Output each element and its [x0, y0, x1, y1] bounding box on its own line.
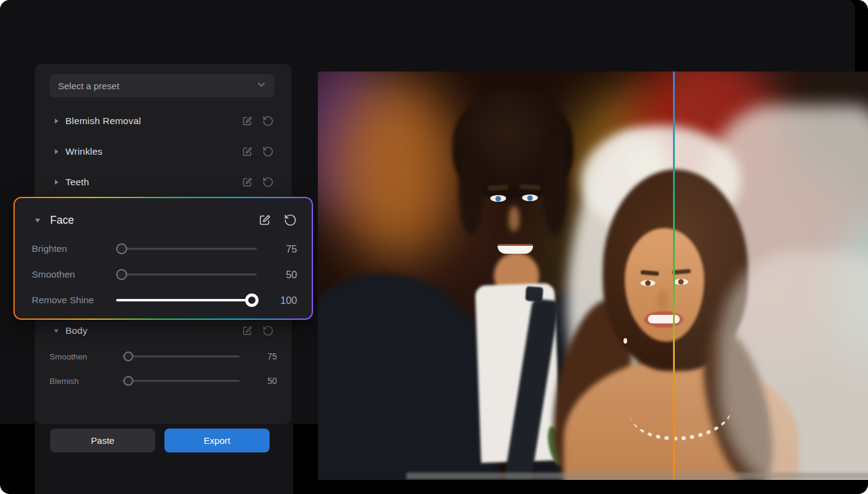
section-label: Face — [50, 214, 74, 227]
triangle-right-icon[interactable] — [52, 178, 61, 186]
section-label: Wrinkles — [65, 146, 103, 157]
slider-track[interactable] — [116, 248, 257, 250]
chevron-down-icon — [257, 80, 266, 92]
body-slider-blemish: Blemish 50 — [35, 371, 292, 391]
before-after-compare-line[interactable] — [673, 72, 675, 480]
app-window: Select a preset Blemish Removal Wrinkles — [0, 0, 868, 494]
triangle-right-icon[interactable] — [52, 117, 61, 125]
undo-reset-icon[interactable] — [262, 146, 274, 158]
face-slider-brighten: Brighten 75 — [15, 239, 312, 259]
slider-value: 75 — [265, 243, 297, 255]
face-panel-highlight: Face Brighten 75 Smoothen 50 — [13, 197, 313, 320]
slider-thumb[interactable] — [123, 352, 133, 361]
face-slider-remove-shine: Remove Shine 100 — [15, 290, 312, 310]
section-label: Body — [65, 325, 87, 336]
triangle-down-icon[interactable] — [33, 216, 42, 225]
slider-thumb[interactable] — [116, 243, 127, 254]
after-side-tint — [675, 72, 868, 480]
undo-reset-icon[interactable] — [262, 177, 274, 188]
preset-dropdown-placeholder: Select a preset — [58, 81, 257, 91]
section-row-blemish-removal[interactable]: Blemish Removal — [35, 110, 292, 132]
slider-track[interactable] — [122, 380, 240, 382]
section-row-body[interactable]: Body — [35, 320, 292, 342]
edit-pencil-square-icon[interactable] — [241, 325, 253, 337]
slider-label: Blemish — [50, 377, 79, 386]
triangle-right-icon[interactable] — [52, 147, 61, 156]
slider-thumb[interactable] — [123, 376, 133, 386]
slider-label: Remove Shine — [32, 295, 94, 306]
paste-button[interactable]: Paste — [50, 429, 155, 452]
section-label: Teeth — [65, 177, 89, 188]
photo-canvas[interactable] — [318, 72, 868, 480]
slider-label: Brighten — [32, 243, 67, 254]
preset-dropdown[interactable]: Select a preset — [50, 74, 274, 97]
face-panel: Face Brighten 75 Smoothen 50 — [15, 198, 312, 319]
edit-pencil-square-icon[interactable] — [258, 213, 271, 227]
slider-label: Smoothen — [32, 269, 75, 280]
slider-value: 100 — [265, 295, 297, 306]
slider-track[interactable] — [116, 274, 257, 276]
undo-reset-icon[interactable] — [262, 116, 274, 127]
slider-value: 50 — [251, 376, 277, 386]
edit-pencil-square-icon[interactable] — [241, 177, 253, 188]
section-row-wrinkles[interactable]: Wrinkles — [35, 141, 292, 163]
section-label: Blemish Removal — [65, 116, 141, 127]
slider-label: Smoothen — [50, 352, 87, 361]
undo-reset-icon[interactable] — [284, 213, 297, 227]
triangle-down-icon[interactable] — [52, 326, 61, 335]
slider-track[interactable] — [122, 356, 240, 358]
body-slider-smoothen: Smoothen 75 — [35, 347, 292, 366]
slider-thumb-active[interactable] — [245, 293, 259, 307]
undo-reset-icon[interactable] — [262, 325, 274, 337]
face-slider-smoothen: Smoothen 50 — [15, 265, 312, 284]
slider-value: 75 — [251, 352, 277, 361]
edit-pencil-square-icon[interactable] — [241, 146, 253, 158]
export-button[interactable]: Export — [164, 429, 270, 452]
bokeh-blob — [336, 78, 458, 261]
section-row-face[interactable]: Face — [15, 209, 312, 231]
slider-thumb[interactable] — [116, 269, 127, 280]
section-row-teeth[interactable]: Teeth — [35, 171, 292, 193]
slider-track-active[interactable] — [116, 299, 252, 301]
slider-value: 50 — [265, 269, 297, 281]
edit-pencil-square-icon[interactable] — [241, 116, 253, 127]
